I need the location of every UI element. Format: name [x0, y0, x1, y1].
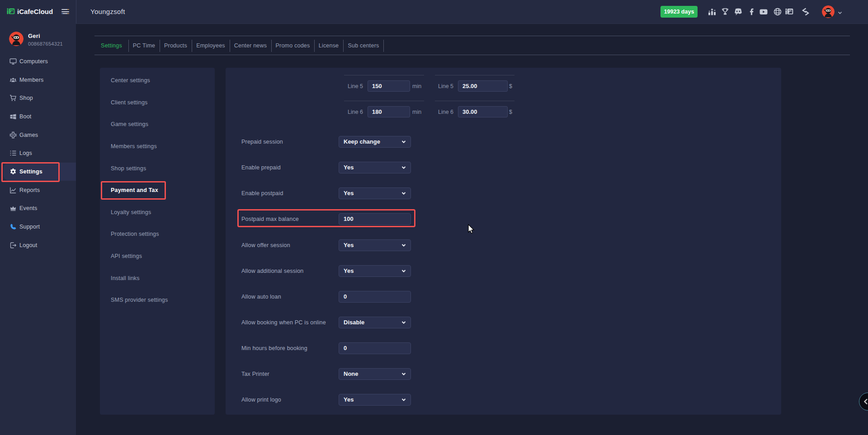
line6-price-input[interactable] — [458, 106, 508, 117]
field-label: Allow offer session — [241, 242, 290, 248]
phone-icon — [9, 223, 17, 230]
line-suffix: min — [412, 109, 421, 115]
chevron-down-icon — [401, 371, 406, 377]
sidebar-item-boot[interactable]: Boot — [0, 108, 76, 126]
form-row-prepaid-session: Prepaid session Keep change — [226, 129, 781, 154]
sidebar-item-settings[interactable]: Settings — [4, 163, 76, 181]
allow-booking-select[interactable]: Disable — [339, 317, 411, 328]
allow-print-logo-select[interactable]: Yes — [339, 394, 411, 406]
ranking-icon[interactable] — [708, 7, 717, 16]
menu-item-payment-and-tax[interactable]: Payment and Tax — [100, 179, 215, 201]
select-value: Yes — [344, 164, 354, 171]
tab-settings[interactable]: Settings — [94, 36, 128, 55]
brand-name: iCafeCloud — [17, 8, 53, 15]
form-row-allow-auto-loan: Allow auto loan — [226, 284, 781, 309]
menu-item-install-links[interactable]: Install links — [100, 267, 215, 289]
line-label: Line 5 — [435, 83, 458, 89]
tab-center-news[interactable]: Center news — [230, 36, 271, 55]
select-value: Keep change — [344, 138, 380, 145]
field-label: Allow print logo — [241, 397, 281, 403]
minute-lines-table: Line 5 min Line 6 min — [344, 75, 424, 126]
discord-icon[interactable] — [734, 7, 743, 16]
sidebar-item-events[interactable]: Events — [0, 199, 76, 218]
menu-item-shop-settings[interactable]: Shop settings — [100, 157, 215, 179]
chevron-down-icon — [401, 320, 406, 325]
line-row: Line 5 min — [344, 75, 424, 101]
form-row-tax-printer: Tax Printer None — [226, 361, 781, 387]
form-row-enable-prepaid: Enable prepaid Yes — [226, 154, 781, 180]
chevron-down-icon — [401, 268, 406, 274]
trophy-icon[interactable] — [721, 8, 730, 16]
page-title: Youngzsoft — [90, 0, 125, 23]
prepaid-session-select[interactable]: Keep change — [339, 136, 411, 148]
min-hours-before-booking-input[interactable] — [339, 342, 411, 354]
field-label: Min hours before booking — [241, 345, 307, 351]
gear-icon — [9, 168, 17, 175]
tab-pc-time[interactable]: PC Time — [128, 36, 160, 55]
icafemenu-icon[interactable] — [801, 8, 811, 16]
license-days-badge[interactable]: 19923 days — [660, 6, 698, 18]
tab-sub-centers[interactable]: Sub centers — [343, 36, 384, 55]
globe-icon[interactable] — [773, 7, 782, 16]
crown-icon — [9, 205, 17, 212]
select-value: Yes — [344, 267, 354, 274]
tab-bar: Settings PC Time Products Employees Cent… — [94, 36, 850, 55]
line5-minutes-input[interactable] — [368, 80, 410, 92]
menu-item-members-settings[interactable]: Members settings — [100, 136, 215, 158]
sidebar-item-support[interactable]: Support — [0, 218, 76, 236]
chevron-down-icon — [401, 139, 406, 145]
postpaid-max-balance-input[interactable] — [339, 213, 411, 225]
sidebar-nav: Computers Members — [0, 52, 76, 255]
select-value: Yes — [344, 242, 354, 248]
sidebar-item-shop[interactable]: Shop — [0, 89, 76, 108]
field-label: Allow auto loan — [241, 294, 281, 300]
menu-item-client-settings[interactable]: Client settings — [100, 92, 215, 114]
settings-menu-list: Center settings Client settings Game set… — [100, 68, 215, 311]
line6-minutes-input[interactable] — [368, 106, 410, 117]
tab-employees[interactable]: Employees — [192, 36, 230, 55]
sidebar-item-reports[interactable]: Reports — [0, 181, 76, 199]
line-row: Line 6 $ — [435, 101, 514, 126]
enable-postpaid-select[interactable]: Yes — [339, 187, 411, 199]
menu-item-protection-settings[interactable]: Protection settings — [100, 223, 215, 245]
chevron-down-icon — [401, 191, 406, 196]
tab-license[interactable]: License — [314, 36, 343, 55]
line5-price-input[interactable] — [458, 80, 508, 92]
enable-prepaid-select[interactable]: Yes — [339, 162, 411, 173]
sidebar-item-computers[interactable]: Computers — [0, 52, 76, 71]
menu-item-center-settings[interactable]: Center settings — [100, 70, 215, 92]
line-label: Line 6 — [435, 109, 458, 115]
tax-printer-select[interactable]: None — [339, 368, 411, 380]
allow-auto-loan-input[interactable] — [339, 291, 411, 303]
form-row-allow-booking: Allow booking when PC is online Disable — [226, 309, 781, 335]
menu-item-loyalty-settings[interactable]: Loyalty settings — [100, 201, 215, 224]
tab-products[interactable]: Products — [160, 36, 192, 55]
menu-item-game-settings[interactable]: Game settings — [100, 113, 215, 136]
people-icon — [9, 76, 17, 84]
sidebar-item-logout[interactable]: Logout — [0, 236, 76, 254]
facebook-icon[interactable] — [747, 8, 755, 16]
sidebar-item-logs[interactable]: Logs — [0, 144, 76, 163]
select-value: None — [344, 370, 359, 377]
form-row-enable-postpaid: Enable postpaid Yes — [226, 180, 781, 206]
tab-promo-codes[interactable]: Promo codes — [271, 36, 314, 55]
brand-logo[interactable]: iCafeCloud — [7, 7, 53, 16]
menu-item-api-settings[interactable]: API settings — [100, 245, 215, 267]
sidebar-item-members[interactable]: Members — [0, 70, 76, 89]
sidebar-item-label: Boot — [19, 113, 32, 120]
icafecloud-mini-icon[interactable] — [785, 8, 794, 16]
hamburger-menu-icon[interactable] — [61, 9, 69, 14]
sidebar-item-games[interactable]: Games — [0, 126, 76, 144]
allow-additional-session-select[interactable]: Yes — [339, 265, 411, 277]
allow-offer-session-select[interactable]: Yes — [339, 239, 411, 251]
field-label: Tax Printer — [241, 371, 269, 377]
user-id: 008687654321 — [28, 41, 63, 47]
sidebar-user[interactable]: Geri 008687654321 — [0, 32, 76, 53]
sidebar-item-label: Members — [19, 77, 44, 83]
panel-collapse-button[interactable] — [859, 393, 868, 411]
menu-item-sms-provider-settings[interactable]: SMS provider settings — [100, 289, 215, 311]
line-suffix: $ — [509, 83, 512, 89]
chevron-down-icon[interactable] — [837, 9, 843, 17]
youtube-icon[interactable] — [759, 7, 769, 16]
user-avatar[interactable] — [822, 5, 835, 18]
